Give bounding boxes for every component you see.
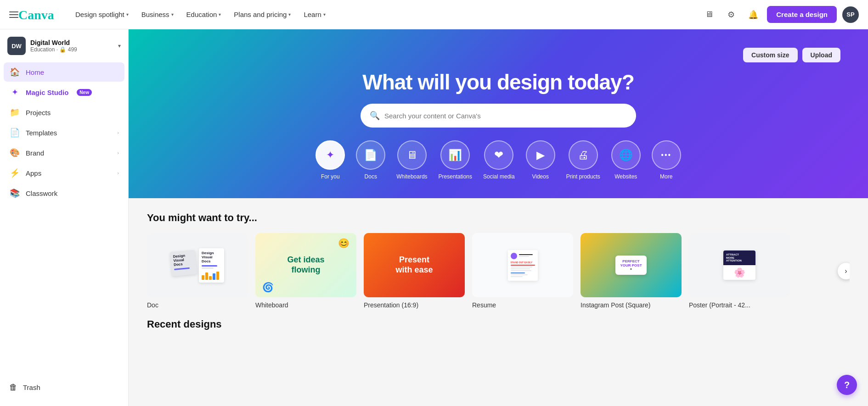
- chevron-down-icon: ▾: [288, 12, 291, 17]
- sidebar-item-apps[interactable]: ⚡ Apps ›: [4, 163, 124, 183]
- whiteboards-icon: 🖥: [397, 140, 427, 170]
- topnav: Canva Design spotlight ▾ Business ▾ Educ…: [0, 0, 868, 29]
- qa-for-you[interactable]: ✦ For you: [316, 140, 345, 180]
- main-content: Custom size Upload What will you design …: [129, 29, 868, 406]
- chevron-right-icon: ›: [117, 170, 119, 176]
- workspace-chevron-icon: ▾: [118, 43, 121, 49]
- hero-title: What will you design today?: [156, 70, 840, 95]
- videos-icon: ▶: [526, 140, 555, 170]
- custom-size-button[interactable]: Custom size: [743, 48, 797, 62]
- topnav-business[interactable]: Business ▾: [136, 8, 179, 21]
- cards-next-arrow[interactable]: ›: [838, 263, 850, 279]
- chevron-down-icon: ▾: [323, 12, 326, 17]
- wb-emoji2: 🌀: [262, 282, 274, 293]
- topnav-plans[interactable]: Plans and pricing ▾: [228, 8, 296, 21]
- qa-docs[interactable]: 📄 Docs: [356, 140, 385, 180]
- card-presentation[interactable]: Presentwith ease Presentation (16:9): [364, 233, 465, 309]
- topnav-learn[interactable]: Learn ▾: [298, 8, 331, 21]
- sidebar-projects-label: Projects: [26, 109, 51, 117]
- cards-row: Design Visual Docs Design Visual Docs: [147, 233, 850, 309]
- card-resume[interactable]: STAND OUT EASILY Resume: [472, 233, 573, 309]
- search-icon: 🔍: [370, 111, 380, 121]
- topnav-right: 🖥 ⚙ 🔔 Create a design SP: [701, 6, 859, 23]
- qa-websites[interactable]: 🌐 Websites: [611, 140, 641, 180]
- chevron-right-icon: ›: [117, 130, 119, 135]
- sidebar-item-templates[interactable]: 📄 Templates ›: [4, 123, 124, 142]
- chevron-right-icon: ›: [117, 150, 119, 156]
- sidebar-item-brand[interactable]: 🎨 Brand ›: [4, 143, 124, 162]
- ig-card: PERFECT YOUR POST ✦: [615, 256, 646, 275]
- card-poster-label: Poster (Portrait - 42...: [689, 301, 750, 309]
- card-whiteboard[interactable]: 😊 Get ideasflowing 🌀 Whiteboard: [255, 233, 356, 309]
- chevron-down-icon: ▾: [219, 12, 221, 17]
- hero-section: Custom size Upload What will you design …: [129, 29, 868, 198]
- sidebar-item-home[interactable]: 🏠 Home: [4, 62, 124, 82]
- card-doc[interactable]: Design Visual Docs Design Visual Docs: [147, 233, 248, 309]
- templates-icon: 📄: [9, 128, 20, 138]
- resume-page: STAND OUT EASILY: [508, 250, 538, 281]
- chevron-down-icon: ▾: [126, 12, 129, 17]
- qa-docs-label: Docs: [365, 173, 377, 180]
- topnav-links: Design spotlight ▾ Business ▾ Education …: [70, 8, 701, 21]
- create-design-button[interactable]: Create a design: [767, 6, 837, 23]
- presentations-icon: 📊: [440, 140, 470, 170]
- sidebar-magic-studio-label: Magic Studio: [26, 89, 68, 96]
- sidebar-item-trash[interactable]: 🗑 Trash: [0, 378, 128, 397]
- qa-more[interactable]: ••• More: [652, 140, 681, 180]
- sidebar-apps-label: Apps: [26, 169, 41, 177]
- content-area: You might want to try... Design Visual D…: [129, 198, 868, 351]
- notifications-icon[interactable]: 🔔: [745, 6, 761, 23]
- qa-print-products[interactable]: 🖨 Print products: [566, 140, 600, 180]
- card-thumb-poster: ATTRACTMOREATTENTION 🌸: [689, 233, 790, 297]
- qa-whiteboards[interactable]: 🖥 Whiteboards: [396, 140, 427, 180]
- settings-icon[interactable]: ⚙: [723, 6, 739, 23]
- search-input[interactable]: [384, 112, 627, 120]
- card-presentation-label: Presentation (16:9): [364, 301, 418, 309]
- sidebar-item-projects[interactable]: 📁 Projects: [4, 103, 124, 122]
- workspace-avatar: DW: [7, 37, 26, 55]
- monitor-icon[interactable]: 🖥: [701, 6, 717, 23]
- qa-videos[interactable]: ▶ Videos: [526, 140, 555, 180]
- websites-icon: 🌐: [611, 140, 641, 170]
- sidebar: DW Digital World Education · 🔒 499 ▾ 🏠 H…: [0, 29, 129, 406]
- sidebar-item-classwork[interactable]: 📚 Classwork: [4, 184, 124, 203]
- sidebar-templates-label: Templates: [26, 129, 57, 137]
- trash-icon: 🗑: [9, 383, 17, 392]
- topnav-design-spotlight[interactable]: Design spotlight ▾: [70, 8, 134, 21]
- avatar[interactable]: SP: [842, 6, 859, 23]
- help-button[interactable]: ?: [837, 375, 857, 395]
- qa-videos-label: Videos: [532, 173, 548, 180]
- classwork-icon: 📚: [9, 188, 20, 198]
- topnav-education[interactable]: Education ▾: [181, 8, 227, 21]
- canva-logo[interactable]: Canva: [18, 7, 55, 22]
- try-section-title: You might want to try...: [147, 212, 850, 224]
- qa-presentations[interactable]: 📊 Presentations: [439, 140, 472, 180]
- recent-section-title: Recent designs: [147, 318, 850, 330]
- layout: DW Digital World Education · 🔒 499 ▾ 🏠 H…: [0, 29, 868, 406]
- card-poster[interactable]: ATTRACTMOREATTENTION 🌸 Poster (Portrait …: [689, 233, 790, 309]
- card-thumb-resume: STAND OUT EASILY: [472, 233, 573, 297]
- sidebar-home-label: Home: [26, 68, 44, 76]
- brand-icon: 🎨: [9, 148, 20, 158]
- upload-button[interactable]: Upload: [802, 48, 840, 62]
- workspace-name: Digital World: [30, 39, 113, 46]
- workspace-selector[interactable]: DW Digital World Education · 🔒 499 ▾: [0, 29, 128, 59]
- qa-for-you-label: For you: [321, 173, 340, 180]
- qa-presentations-label: Presentations: [439, 173, 472, 180]
- doc-page-back: Design Visual Docs: [170, 250, 197, 276]
- sidebar-trash-label: Trash: [23, 384, 40, 391]
- hamburger-menu[interactable]: [9, 11, 18, 18]
- card-whiteboard-label: Whiteboard: [255, 301, 288, 309]
- home-icon: 🏠: [9, 67, 20, 77]
- sidebar-nav: 🏠 Home ✦ Magic Studio New 📁 Projects 📄 T…: [0, 59, 128, 206]
- social-media-icon: ❤: [484, 140, 513, 170]
- chevron-down-icon: ▾: [171, 12, 174, 17]
- card-thumb-instagram: PERFECT YOUR POST ✦: [581, 233, 682, 297]
- poster-inner: ATTRACTMOREATTENTION 🌸: [723, 250, 755, 280]
- card-instagram-label: Instagram Post (Square): [581, 301, 651, 309]
- card-doc-label: Doc: [147, 301, 158, 309]
- qa-social-media[interactable]: ❤ Social media: [483, 140, 515, 180]
- sidebar-brand-label: Brand: [26, 149, 44, 157]
- card-instagram[interactable]: PERFECT YOUR POST ✦ Instagram Post (Squa…: [581, 233, 682, 309]
- sidebar-item-magic-studio[interactable]: ✦ Magic Studio New: [4, 83, 124, 102]
